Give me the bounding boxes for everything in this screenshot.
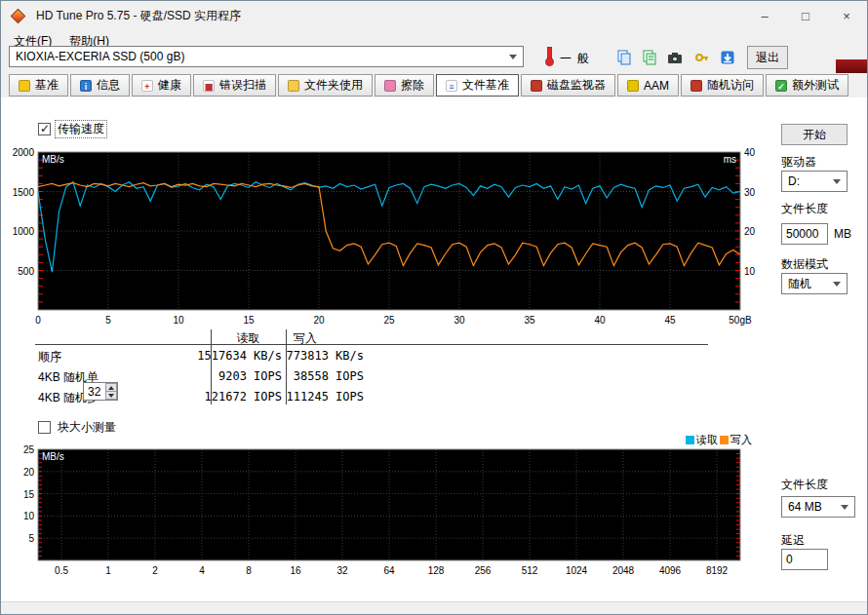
- chevron-down-icon: [841, 505, 848, 510]
- copy-screenshot-button[interactable]: [612, 46, 637, 69]
- update-download-button[interactable]: [715, 46, 740, 69]
- svg-text:MB/s: MB/s: [42, 154, 64, 165]
- copy-text-button[interactable]: [637, 46, 662, 69]
- svg-text:10: 10: [173, 315, 184, 326]
- svg-text:512: 512: [522, 565, 538, 576]
- tab-random-access[interactable]: 随机访问: [681, 74, 764, 96]
- svg-text:2: 2: [152, 565, 158, 576]
- svg-text:64: 64: [383, 565, 395, 576]
- maximize-button[interactable]: □: [785, 1, 826, 30]
- latency-input[interactable]: [781, 549, 828, 570]
- window-controls: – □ ×: [744, 1, 867, 30]
- tab-label: 磁盘监视器: [547, 77, 606, 94]
- svg-text:8: 8: [246, 565, 252, 576]
- tab-label: 错误扫描: [219, 77, 266, 94]
- window-title: HD Tune Pro 5.75 - 硬盘/SSD 实用程序: [36, 8, 241, 24]
- results-read-value: 1517634 KB/s: [118, 349, 282, 363]
- disk-monitor-icon: [531, 80, 542, 92]
- drive-select-value: D:: [788, 174, 800, 188]
- tab-error-scan[interactable]: ▦错误扫描: [193, 74, 276, 96]
- tab-benchmark[interactable]: 基准: [9, 74, 68, 96]
- block-file-length-label: 文件长度: [781, 477, 828, 493]
- svg-text:500: 500: [18, 266, 34, 277]
- svg-text:4096: 4096: [659, 565, 682, 576]
- drive-combobox[interactable]: KIOXIA-EXCERIA SSD (500 gB): [9, 46, 524, 67]
- file-length-input[interactable]: [781, 223, 828, 245]
- block-file-length-select[interactable]: 64 MB: [781, 496, 855, 518]
- tab-erase[interactable]: 擦除: [375, 74, 434, 96]
- latency-label: 延迟: [781, 532, 805, 549]
- file-length-unit: MB: [834, 227, 851, 241]
- results-row-label: 顺序: [38, 349, 61, 365]
- tab-folder-usage[interactable]: 文件夹使用: [278, 74, 373, 96]
- minimize-button[interactable]: –: [744, 1, 785, 30]
- svg-text:30: 30: [454, 315, 465, 326]
- svg-text:25: 25: [23, 444, 35, 455]
- tab-label: 随机访问: [707, 77, 754, 94]
- svg-text:15: 15: [23, 489, 35, 500]
- title-bar: HD Tune Pro 5.75 - 硬盘/SSD 实用程序 – □ ×: [1, 1, 867, 30]
- transfer-chart: 5001000150020001020304005101520253035404…: [9, 142, 771, 333]
- svg-text:20: 20: [23, 467, 35, 478]
- tab-label: 文件基准: [462, 77, 509, 94]
- drive-select[interactable]: D:: [781, 171, 848, 192]
- temperature-status: 一般: [560, 51, 595, 67]
- svg-text:25: 25: [383, 315, 395, 326]
- svg-text:16: 16: [290, 565, 301, 576]
- tab-info[interactable]: i信息: [70, 74, 130, 96]
- tab-label: 额外测试: [792, 77, 839, 94]
- start-button[interactable]: 开始: [781, 124, 848, 145]
- app-icon: [11, 8, 26, 23]
- data-mode-select-value: 随机: [788, 276, 811, 292]
- save-button[interactable]: [690, 46, 715, 69]
- thermometer-icon: [544, 47, 553, 65]
- close-button[interactable]: ×: [826, 1, 867, 30]
- block-size-checkbox-label[interactable]: 块大小测量: [56, 419, 118, 436]
- drive-combobox-value: KIOXIA-EXCERIA SSD (500 gB): [16, 50, 184, 63]
- svg-text:32: 32: [336, 565, 348, 576]
- chevron-down-icon: [509, 55, 517, 59]
- results-write-value: 38558 IOPS: [286, 369, 364, 383]
- transfer-speed-checkbox[interactable]: [38, 123, 51, 135]
- svg-text:0.5: 0.5: [55, 565, 68, 576]
- svg-text:128: 128: [428, 565, 445, 576]
- results-read-value: 121672 IOPS: [118, 390, 282, 404]
- tab-label: AAM: [644, 79, 669, 93]
- tab-label: 健康: [158, 77, 181, 94]
- results-write-value: 773813 KB/s: [286, 349, 364, 363]
- tab-extra-tests[interactable]: ✓额外测试: [766, 74, 848, 96]
- transfer-speed-checkbox-row: 传输速度: [38, 121, 106, 137]
- queue-depth-value: 32: [88, 385, 100, 399]
- svg-text:1000: 1000: [13, 226, 35, 237]
- exit-button[interactable]: 退出: [747, 46, 788, 69]
- folder-icon: [288, 80, 299, 92]
- status-bar: [1, 601, 867, 614]
- download-icon: [720, 50, 735, 65]
- tab-health[interactable]: +健康: [132, 74, 191, 96]
- chevron-down-icon: [833, 179, 841, 184]
- svg-text:20: 20: [313, 315, 325, 326]
- svg-text:1024: 1024: [566, 565, 588, 576]
- copy-icon: [616, 50, 632, 65]
- spinner-down-button[interactable]: [105, 391, 117, 400]
- tab-label: 信息: [97, 77, 120, 94]
- health-cross-icon: +: [141, 80, 153, 92]
- data-mode-label: 数据模式: [781, 256, 828, 273]
- svg-text:2048: 2048: [612, 565, 635, 576]
- hd-tune-window: HD Tune Pro 5.75 - 硬盘/SSD 实用程序 – □ × 文件(…: [0, 0, 868, 615]
- key-icon: [694, 50, 710, 65]
- transfer-speed-checkbox-label[interactable]: 传输速度: [56, 121, 106, 137]
- results-read-value: 9203 IOPS: [118, 369, 282, 383]
- svg-text:5: 5: [28, 533, 34, 544]
- data-mode-select[interactable]: 随机: [781, 273, 848, 294]
- drive-label: 驱动器: [781, 154, 816, 171]
- queue-depth-spinner[interactable]: 32: [83, 382, 118, 401]
- tab-file-benchmark[interactable]: ≡文件基准: [436, 74, 519, 96]
- block-size-checkbox[interactable]: [38, 421, 51, 434]
- tab-aam[interactable]: AAM: [617, 74, 679, 96]
- svg-text:20: 20: [744, 226, 756, 237]
- screenshot-button[interactable]: [662, 46, 688, 69]
- tab-disk-monitor[interactable]: 磁盘监视器: [521, 74, 615, 96]
- results-header-divider: [35, 344, 708, 345]
- svg-text:MB/s: MB/s: [42, 451, 64, 462]
